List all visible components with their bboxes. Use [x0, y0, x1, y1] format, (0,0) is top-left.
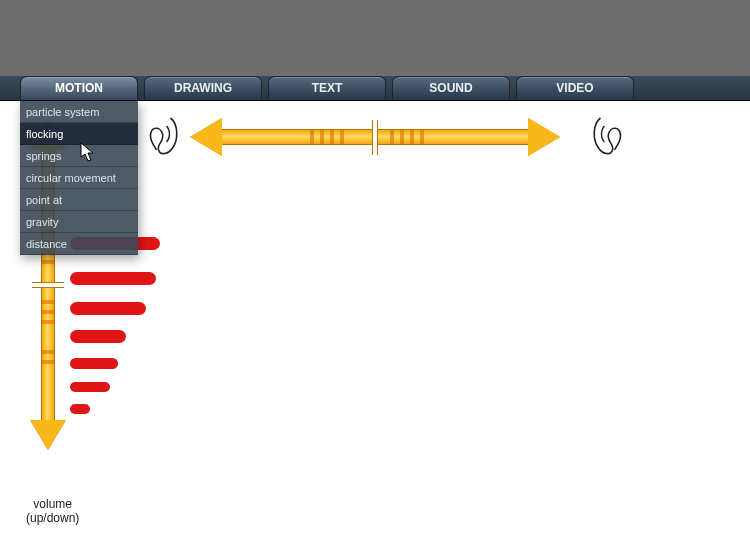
volume-bar	[70, 358, 118, 369]
motion-dropdown[interactable]: particle system flocking springs circula…	[20, 101, 138, 255]
menu-item-particle-system[interactable]: particle system	[20, 101, 138, 123]
tab-video[interactable]: VIDEO	[516, 76, 634, 100]
app-header-band	[0, 0, 750, 76]
pan-arrow-horizontal-icon	[190, 120, 560, 155]
menu-item-point-at[interactable]: point at	[20, 189, 138, 211]
volume-bar	[70, 330, 126, 343]
main-tab-bar: MOTION DRAWING TEXT SOUND VIDEO	[0, 76, 750, 101]
menu-item-springs[interactable]: springs	[20, 145, 138, 167]
volume-bar	[70, 272, 156, 285]
menu-item-flocking[interactable]: flocking	[20, 123, 138, 145]
tab-drawing[interactable]: DRAWING	[144, 76, 262, 100]
menu-item-circular-movement[interactable]: circular movement	[20, 167, 138, 189]
volume-label-line2: (up/down)	[26, 511, 79, 525]
ear-right-icon	[586, 112, 631, 160]
tab-text[interactable]: TEXT	[268, 76, 386, 100]
volume-axis-label: volume (up/down)	[26, 497, 79, 525]
menu-item-gravity[interactable]: gravity	[20, 211, 138, 233]
volume-label-line1: volume	[33, 497, 72, 511]
ear-left-icon	[140, 112, 185, 160]
menu-item-distance[interactable]: distance	[20, 233, 138, 255]
volume-bar	[70, 302, 146, 315]
tab-sound[interactable]: SOUND	[392, 76, 510, 100]
volume-bar	[70, 382, 110, 392]
tab-motion[interactable]: MOTION	[20, 76, 138, 100]
volume-bar	[70, 404, 90, 414]
